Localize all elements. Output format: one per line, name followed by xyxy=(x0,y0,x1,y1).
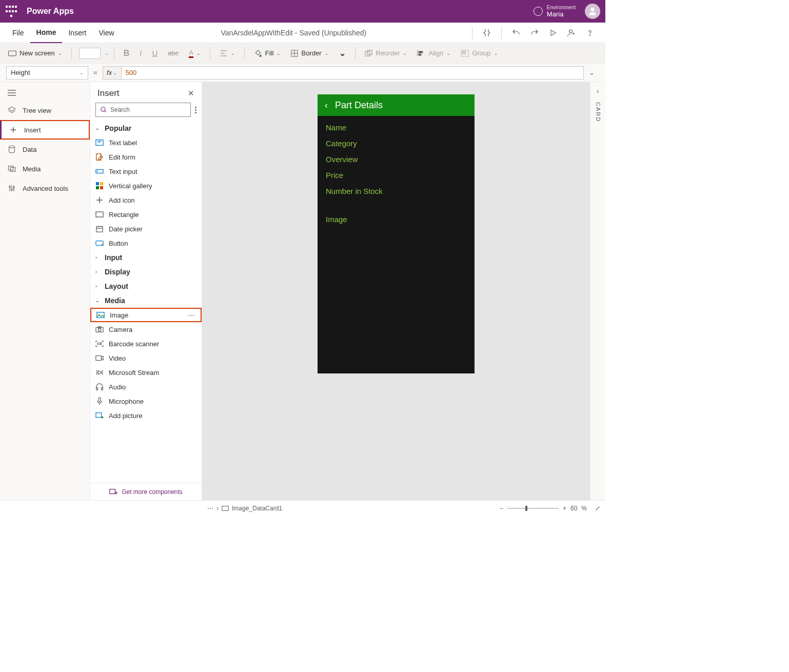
form-label-price: Price xyxy=(326,171,466,180)
svg-rect-62 xyxy=(96,413,102,418)
category-layout[interactable]: ›Layout xyxy=(90,279,202,293)
svg-marker-58 xyxy=(98,370,102,374)
align-button-icon[interactable]: ⌄ xyxy=(215,48,239,59)
svg-point-24 xyxy=(9,146,15,148)
zoom-slider[interactable] xyxy=(507,508,559,509)
edit-form-icon xyxy=(95,153,104,161)
rail-data[interactable]: Data xyxy=(0,140,90,159)
item-rectangle[interactable]: Rectangle xyxy=(90,207,202,222)
button-icon xyxy=(95,239,104,247)
get-more-components[interactable]: Get more components xyxy=(90,483,202,500)
tools-icon xyxy=(7,184,16,193)
expand-chevron-icon[interactable]: ⌄ xyxy=(335,46,350,60)
microphone-icon xyxy=(95,397,104,405)
form-label-overview: Overview xyxy=(326,155,466,164)
svg-rect-63 xyxy=(110,489,115,493)
underline-button[interactable]: U xyxy=(148,47,162,60)
item-add-picture[interactable]: Add picture xyxy=(90,408,202,423)
reorder-button[interactable]: Reorder⌄ xyxy=(361,47,411,59)
form-label-stock: Number in Stock xyxy=(326,187,466,195)
border-button[interactable]: Border⌄ xyxy=(287,47,332,59)
rail-advanced-tools[interactable]: Advanced tools xyxy=(0,179,90,198)
fill-button[interactable]: Fill⌄ xyxy=(250,47,285,60)
rail-collapse-icon[interactable] xyxy=(0,85,90,101)
item-text-input[interactable]: Text input xyxy=(90,164,202,179)
play-icon[interactable] xyxy=(546,26,560,40)
left-rail: Tree view Insert Data Media Advanced too… xyxy=(0,82,90,500)
formula-expand-icon[interactable]: ⌄ xyxy=(584,69,599,76)
align-menu-button[interactable]: Align⌄ xyxy=(413,47,455,59)
fx-icon[interactable]: fx⌄ xyxy=(103,66,121,80)
insert-panel: Insert ✕ Search ⌄Popular Text label Edit… xyxy=(90,82,202,500)
chevron-left-icon[interactable]: ‹ xyxy=(597,87,599,95)
item-button[interactable]: Button xyxy=(90,236,202,250)
item-audio[interactable]: Audio xyxy=(90,380,202,394)
item-add-icon[interactable]: Add icon xyxy=(90,193,202,207)
font-color-button[interactable]: A⌄ xyxy=(185,47,205,60)
property-dropdown[interactable]: Height⌄ xyxy=(6,66,88,80)
svg-rect-14 xyxy=(419,51,423,53)
undo-icon[interactable] xyxy=(509,26,523,40)
zoom-out-icon[interactable]: − xyxy=(500,505,503,512)
health-check-icon[interactable] xyxy=(480,26,494,40)
app-header: Power Apps Environment Maria xyxy=(0,0,605,23)
help-icon[interactable] xyxy=(583,26,597,40)
database-icon xyxy=(7,145,16,154)
breadcrumb-more-icon[interactable]: ⋯ xyxy=(207,505,213,512)
category-popular[interactable]: ⌄Popular xyxy=(90,121,202,135)
menu-insert[interactable]: Insert xyxy=(62,23,92,43)
item-edit-form[interactable]: Edit form xyxy=(90,150,202,164)
item-video[interactable]: Video xyxy=(90,351,202,365)
svg-point-29 xyxy=(13,187,15,188)
new-screen-button[interactable]: New screen⌄ xyxy=(4,47,66,59)
item-barcode-scanner[interactable]: Barcode scanner xyxy=(90,337,202,351)
calendar-icon xyxy=(95,225,104,233)
rail-insert[interactable]: Insert xyxy=(0,120,90,140)
canvas[interactable]: ‹ Part Details Name Category Overview Pr… xyxy=(202,82,590,500)
back-icon[interactable]: ‹ xyxy=(325,100,328,111)
close-icon[interactable]: ✕ xyxy=(188,89,194,98)
item-microsoft-stream[interactable]: Microsoft Stream xyxy=(90,365,202,380)
italic-button[interactable]: I xyxy=(135,47,146,60)
properties-panel-collapsed[interactable]: ‹ CARD xyxy=(590,82,605,500)
item-more-icon[interactable]: ⋯ xyxy=(188,311,195,319)
rail-tree-view[interactable]: Tree view xyxy=(0,101,90,120)
gallery-icon xyxy=(95,182,104,190)
item-date-picker[interactable]: Date picker xyxy=(90,222,202,236)
svg-rect-60 xyxy=(102,388,103,390)
category-media[interactable]: ⌄Media xyxy=(90,293,202,308)
svg-rect-48 xyxy=(97,312,104,318)
category-input[interactable]: ›Input xyxy=(90,250,202,265)
category-display[interactable]: ›Display xyxy=(90,265,202,279)
search-input[interactable]: Search xyxy=(95,103,191,117)
environment-switcher[interactable]: Environment Maria xyxy=(534,5,576,18)
waffle-icon[interactable] xyxy=(5,5,17,17)
strikethrough-button[interactable]: abc xyxy=(164,47,183,59)
app-title: Power Apps xyxy=(27,7,74,16)
user-avatar[interactable] xyxy=(585,4,600,19)
bold-button[interactable]: B xyxy=(120,47,134,60)
item-camera[interactable]: Camera xyxy=(90,322,202,337)
rail-media[interactable]: Media xyxy=(0,159,90,179)
svg-rect-38 xyxy=(96,186,99,189)
menu-file[interactable]: File xyxy=(6,23,30,43)
fullscreen-icon[interactable]: ⤢ xyxy=(595,505,600,512)
zoom-in-icon[interactable]: + xyxy=(563,505,566,512)
item-image[interactable]: Image⋯ xyxy=(90,308,202,322)
theme-color-swatch[interactable] xyxy=(79,48,101,59)
svg-marker-1 xyxy=(551,30,556,35)
redo-icon[interactable] xyxy=(527,26,542,40)
layers-icon xyxy=(7,106,16,115)
breadcrumb[interactable]: ⋯› Image_DataCard1 xyxy=(207,505,282,512)
item-vertical-gallery[interactable]: Vertical gallery xyxy=(90,179,202,193)
share-icon[interactable] xyxy=(564,26,579,40)
panel-more-icon[interactable] xyxy=(195,107,196,113)
formula-input[interactable]: 500 xyxy=(121,66,584,80)
text-label-icon xyxy=(95,139,104,147)
group-button[interactable]: Group⌄ xyxy=(457,47,502,59)
item-text-label[interactable]: Text label xyxy=(90,135,202,150)
menu-view[interactable]: View xyxy=(92,23,120,43)
menu-home[interactable]: Home xyxy=(30,23,63,43)
formula-bar: Height⌄ = fx⌄ 500 ⌄ xyxy=(0,64,605,82)
ribbon-toolbar: New screen⌄ ⌄ B I U abc A⌄ ⌄ Fill⌄ Borde… xyxy=(0,43,605,64)
